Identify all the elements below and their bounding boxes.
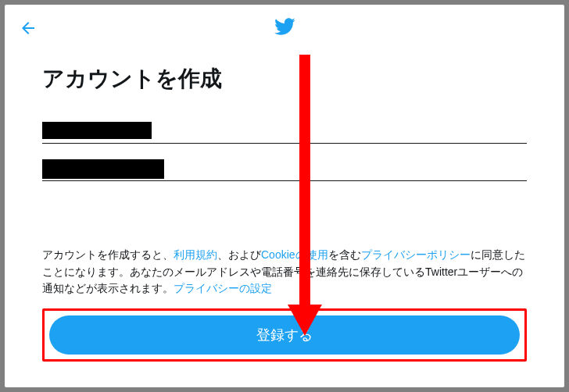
redacted-name-value <box>42 122 152 139</box>
twitter-logo <box>274 16 295 37</box>
tos-link[interactable]: 利用規約 <box>174 248 217 261</box>
redacted-contact-value <box>42 159 164 179</box>
terms-sep1: 、および <box>217 248 261 261</box>
terms-prefix: アカウントを作成すると、 <box>42 248 174 261</box>
back-button[interactable] <box>19 19 38 41</box>
name-field-group <box>42 116 527 144</box>
terms-text: アカウントを作成すると、利用規約、およびCookieの使用を含むプライバシーポリ… <box>42 247 527 298</box>
twitter-bird-icon <box>274 16 295 37</box>
back-arrow-icon <box>19 19 38 37</box>
annotation-highlight-box: 登録する <box>42 308 527 362</box>
contact-input[interactable] <box>42 153 527 181</box>
privacy-settings-link[interactable]: プライバシーの設定 <box>174 282 272 294</box>
cookie-link[interactable]: Cookieの使用 <box>261 248 328 261</box>
page-title: アカウントを作成 <box>42 64 527 94</box>
modal-header <box>5 5 564 48</box>
button-container: 登録する <box>5 308 564 362</box>
register-button-label: 登録する <box>256 326 313 344</box>
signup-modal: アカウントを作成 アカウントを作成すると、利用規約、およびCookieの使用を含… <box>5 5 564 387</box>
privacy-link[interactable]: プライバシーポリシー <box>361 248 471 261</box>
modal-content: アカウントを作成 アカウントを作成すると、利用規約、およびCookieの使用を含… <box>5 48 564 298</box>
contact-field-group <box>42 153 527 181</box>
terms-sep2: を含む <box>328 248 361 261</box>
register-button[interactable]: 登録する <box>49 315 520 355</box>
name-input[interactable] <box>42 116 527 144</box>
